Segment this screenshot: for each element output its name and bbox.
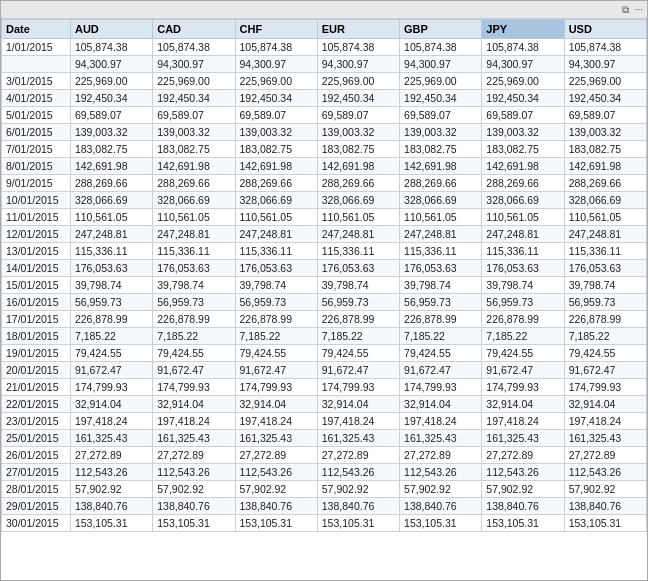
cell-date: 10/01/2015 [2,192,71,209]
cell-eur: 115,336.11 [317,243,399,260]
cell-date: 5/01/2015 [2,107,71,124]
cell-chf: 115,336.11 [235,243,317,260]
cell-date: 8/01/2015 [2,158,71,175]
cell-gbp: 328,066.69 [400,192,482,209]
cell-jpy: 183,082.75 [482,141,564,158]
cell-aud: 288,269.66 [70,175,152,192]
cell-usd: 142,691.98 [564,158,646,175]
cell-gbp: 153,105.31 [400,515,482,532]
col-header-usd[interactable]: USD [564,20,646,39]
restore-icon[interactable]: ⧉ [622,4,629,16]
cell-date: 29/01/2015 [2,498,71,515]
cell-eur: 110,561.05 [317,209,399,226]
cell-date: 28/01/2015 [2,481,71,498]
cell-cad: 139,003.32 [153,124,235,141]
cell-jpy: 247,248.81 [482,226,564,243]
cell-usd: 161,325.43 [564,430,646,447]
cell-cad: 142,691.98 [153,158,235,175]
cell-chf: 94,300.97 [235,56,317,73]
col-header-eur[interactable]: EUR [317,20,399,39]
cell-jpy: 105,874.38 [482,39,564,56]
cell-gbp: 112,543.26 [400,464,482,481]
cell-eur: 39,798.74 [317,277,399,294]
cell-aud: 57,902.92 [70,481,152,498]
cell-aud: 7,185.22 [70,328,152,345]
col-header-date[interactable]: Date [2,20,71,39]
cell-aud: 69,589.07 [70,107,152,124]
cell-gbp: 174,799.93 [400,379,482,396]
table-row: 18/01/20157,185.227,185.227,185.227,185.… [2,328,647,345]
cell-eur: 192,450.34 [317,90,399,107]
cell-usd: 247,248.81 [564,226,646,243]
cell-cad: 183,082.75 [153,141,235,158]
col-header-chf[interactable]: CHF [235,20,317,39]
cell-aud: 176,053.63 [70,260,152,277]
cell-jpy: 139,003.32 [482,124,564,141]
cell-gbp: 115,336.11 [400,243,482,260]
cell-gbp: 79,424.55 [400,345,482,362]
cell-cad: 94,300.97 [153,56,235,73]
table-row: 94,300.9794,300.9794,300.9794,300.9794,3… [2,56,647,73]
cell-aud: 112,543.26 [70,464,152,481]
table-row: 17/01/2015226,878.99226,878.99226,878.99… [2,311,647,328]
cell-chf: 79,424.55 [235,345,317,362]
title-bar-icons: ⧉ ··· [622,4,643,16]
cell-chf: 247,248.81 [235,226,317,243]
more-icon[interactable]: ··· [635,4,643,16]
cell-chf: 138,840.76 [235,498,317,515]
scroll-area[interactable]: DateAUDCADCHFEURGBPJPYUSD 1/01/2015105,8… [1,19,647,580]
cell-chf: 69,589.07 [235,107,317,124]
cell-date: 16/01/2015 [2,294,71,311]
table-row: 16/01/201556,959.7356,959.7356,959.7356,… [2,294,647,311]
cell-usd: 91,672.47 [564,362,646,379]
cell-jpy: 69,589.07 [482,107,564,124]
cell-date: 7/01/2015 [2,141,71,158]
cell-date: 17/01/2015 [2,311,71,328]
table-row: 30/01/2015153,105.31153,105.31153,105.31… [2,515,647,532]
col-header-cad[interactable]: CAD [153,20,235,39]
cell-chf: 32,914.04 [235,396,317,413]
cell-cad: 225,969.00 [153,73,235,90]
cell-usd: 192,450.34 [564,90,646,107]
table-row: 8/01/2015142,691.98142,691.98142,691.981… [2,158,647,175]
cell-aud: 94,300.97 [70,56,152,73]
cell-jpy: 153,105.31 [482,515,564,532]
cell-usd: 39,798.74 [564,277,646,294]
cell-usd: 328,066.69 [564,192,646,209]
table-row: 27/01/2015112,543.26112,543.26112,543.26… [2,464,647,481]
cell-date: 3/01/2015 [2,73,71,90]
col-header-aud[interactable]: AUD [70,20,152,39]
cell-eur: 57,902.92 [317,481,399,498]
cell-gbp: 94,300.97 [400,56,482,73]
cell-jpy: 7,185.22 [482,328,564,345]
cell-usd: 288,269.66 [564,175,646,192]
cell-jpy: 115,336.11 [482,243,564,260]
cell-date: 13/01/2015 [2,243,71,260]
cell-aud: 225,969.00 [70,73,152,90]
table-row: 7/01/2015183,082.75183,082.75183,082.751… [2,141,647,158]
cell-chf: 56,959.73 [235,294,317,311]
cell-jpy: 225,969.00 [482,73,564,90]
cell-aud: 174,799.93 [70,379,152,396]
cell-gbp: 32,914.04 [400,396,482,413]
cell-date: 20/01/2015 [2,362,71,379]
table-row: 3/01/2015225,969.00225,969.00225,969.002… [2,73,647,90]
cell-eur: 56,959.73 [317,294,399,311]
cell-cad: 176,053.63 [153,260,235,277]
cell-date: 23/01/2015 [2,413,71,430]
table-row: 4/01/2015192,450.34192,450.34192,450.341… [2,90,647,107]
cell-gbp: 27,272.89 [400,447,482,464]
cell-gbp: 197,418.24 [400,413,482,430]
cell-jpy: 161,325.43 [482,430,564,447]
cell-date: 6/01/2015 [2,124,71,141]
table-row: 25/01/2015161,325.43161,325.43161,325.43… [2,430,647,447]
table-row: 20/01/201591,672.4791,672.4791,672.4791,… [2,362,647,379]
col-header-jpy[interactable]: JPY [482,20,564,39]
cell-aud: 183,082.75 [70,141,152,158]
table-row: 21/01/2015174,799.93174,799.93174,799.93… [2,379,647,396]
cell-date: 22/01/2015 [2,396,71,413]
cell-chf: 225,969.00 [235,73,317,90]
col-header-gbp[interactable]: GBP [400,20,482,39]
cell-jpy: 56,959.73 [482,294,564,311]
cell-usd: 79,424.55 [564,345,646,362]
